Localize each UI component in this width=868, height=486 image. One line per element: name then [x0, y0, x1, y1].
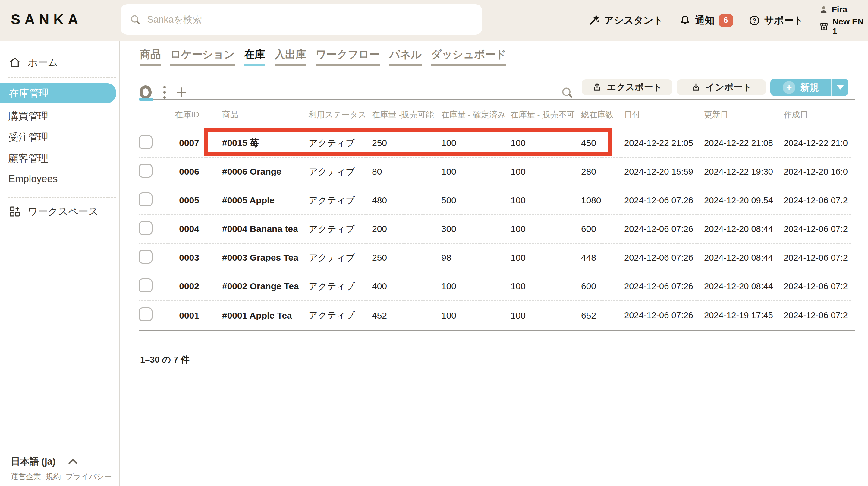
row-checkbox[interactable] [138, 279, 153, 292]
new-dropdown-button[interactable] [832, 79, 848, 96]
workspace-grid-icon [8, 205, 21, 218]
global-search[interactable] [121, 4, 482, 35]
row-checkbox[interactable] [138, 221, 153, 235]
table-row[interactable]: 0001 #0001 Apple Tea アクティブ 452 100 100 6… [138, 301, 851, 330]
table-row[interactable]: 0003 #0003 Grapes Tea アクティブ 250 98 100 4… [138, 244, 851, 273]
search-input[interactable] [147, 14, 473, 25]
top-bar: SANKA アシスタント 通知 6 ? サポート [0, 0, 868, 41]
header-date: 日付 [624, 109, 704, 120]
export-button[interactable]: エクスポート [582, 79, 673, 95]
tab-inventory[interactable]: 在庫 [244, 47, 265, 66]
language-label: 日本語 (ja) [11, 455, 56, 468]
tab-bar: 商品 ロケーション 在庫 入出庫 ワークフロー パネル ダッシュボード [140, 47, 506, 66]
cell-total: 600 [581, 281, 624, 291]
user-name: Fira [832, 5, 847, 15]
cell-committed: 500 [441, 195, 510, 205]
cell-product[interactable]: #0015 苺 [207, 137, 309, 149]
cell-available: 200 [372, 224, 441, 234]
tab-products[interactable]: 商品 [140, 47, 161, 66]
store-icon [819, 22, 829, 31]
notifications-button[interactable]: 通知 6 [679, 14, 733, 27]
import-button[interactable]: インポート [677, 79, 766, 95]
terms-link[interactable]: 規約 [46, 471, 61, 482]
table-row[interactable]: 0007 #0015 苺 アクティブ 250 100 100 450 2024-… [138, 129, 851, 158]
cell-committed: 300 [441, 224, 510, 234]
tab-locations[interactable]: ロケーション [170, 47, 235, 66]
cell-available: 480 [372, 195, 441, 205]
cell-created: 2024-12-06 07:2 [784, 196, 851, 205]
sidebar-item-customers[interactable]: 顧客管理 [0, 150, 119, 167]
cell-updated: 2024-12-19 17:45 [704, 310, 784, 320]
new-button[interactable]: + 新規 [770, 79, 831, 96]
tab-dashboard[interactable]: ダッシュボード [431, 47, 506, 66]
row-checkbox[interactable] [138, 135, 153, 149]
user-menu[interactable]: Fira [819, 5, 868, 15]
cell-updated: 2024-12-20 09:54 [704, 196, 784, 205]
support-button[interactable]: ? サポート [749, 14, 804, 27]
row-checkbox[interactable] [138, 307, 153, 321]
row-checkbox[interactable] [138, 164, 153, 178]
cell-unavailable: 100 [510, 224, 581, 234]
cell-status: アクティブ [309, 194, 372, 207]
row-checkbox[interactable] [138, 250, 153, 264]
new-button-group: + 新規 [770, 79, 848, 96]
header-status: 利用ステータス [309, 109, 372, 120]
sidebar-divider [8, 197, 116, 198]
privacy-link[interactable]: プライバシー [66, 471, 112, 482]
header-updated: 更新日 [704, 109, 784, 120]
cell-product[interactable]: #0006 Orange [207, 167, 309, 177]
cell-stock-id: 0007 [166, 129, 207, 157]
sidebar-item-employees[interactable]: Employees [0, 170, 119, 187]
upload-icon [592, 82, 602, 93]
table-row[interactable]: 0005 #0005 Apple アクティブ 480 500 100 1080 … [138, 187, 851, 215]
active-view-indicator [139, 98, 153, 101]
cell-available: 80 [372, 167, 441, 177]
view-tab-icon[interactable] [140, 85, 152, 99]
sidebar-divider [8, 449, 115, 450]
sidebar-item-workspace[interactable]: ワークスペース [0, 203, 119, 220]
cell-product[interactable]: #0001 Apple Tea [207, 310, 309, 321]
tab-inbound-outbound[interactable]: 入出庫 [275, 47, 306, 66]
header-stock-id: 在庫ID [166, 100, 207, 129]
table-row[interactable]: 0006 #0006 Orange アクティブ 80 100 100 280 2… [138, 158, 851, 187]
cell-date: 2024-12-06 07:26 [624, 310, 704, 320]
sidebar-item-orders[interactable]: 受注管理 [0, 129, 119, 146]
table-bottom-line [138, 330, 855, 331]
cell-available: 452 [372, 310, 441, 321]
help-icon: ? [749, 15, 760, 26]
company-link[interactable]: 運営企業 [11, 471, 41, 482]
cell-created: 2024-12-22 21:0 [784, 138, 851, 148]
sidebar-item-purchasing[interactable]: 購買管理 [0, 108, 119, 124]
cell-updated: 2024-12-20 08:44 [704, 253, 784, 263]
row-checkbox[interactable] [138, 193, 153, 206]
table-row[interactable]: 0004 #0004 Banana tea アクティブ 200 300 100 … [138, 215, 851, 244]
cell-created: 2024-12-06 07:2 [784, 253, 851, 263]
tab-panel[interactable]: パネル [389, 47, 421, 66]
cell-total: 448 [581, 253, 624, 263]
workspace-switcher[interactable]: New EN 1 [819, 17, 868, 36]
table-row[interactable]: 0002 #0002 Orange Tea アクティブ 400 100 100 … [138, 273, 851, 301]
view-options-kebab-icon[interactable] [158, 85, 170, 100]
cell-product[interactable]: #0002 Orange Tea [207, 281, 309, 291]
header-product: 商品 [207, 109, 309, 120]
cell-unavailable: 100 [510, 195, 581, 205]
sidebar-item-label: ホーム [28, 56, 58, 69]
cell-updated: 2024-12-22 19:30 [704, 167, 784, 177]
table-search-icon[interactable] [561, 86, 574, 99]
legal-links: 運営企業 規約 プライバシー [11, 471, 112, 482]
sidebar-item-inventory[interactable]: 在庫管理 [0, 83, 116, 104]
main-content: 商品 ロケーション 在庫 入出庫 ワークフロー パネル ダッシュボード エクスポ… [120, 41, 868, 486]
add-view-icon[interactable] [175, 85, 188, 100]
cell-stock-id: 0002 [166, 273, 207, 300]
cell-product[interactable]: #0003 Grapes Tea [207, 253, 309, 263]
language-selector[interactable]: 日本語 (ja) [11, 455, 79, 468]
sidebar-item-home[interactable]: ホーム [0, 54, 119, 71]
cell-product[interactable]: #0004 Banana tea [207, 224, 309, 234]
cell-product[interactable]: #0005 Apple [207, 195, 309, 205]
cell-committed: 100 [441, 281, 510, 291]
cell-created: 2024-12-06 07:2 [784, 282, 851, 291]
cell-date: 2024-12-06 07:26 [624, 224, 704, 234]
assistant-button[interactable]: アシスタント [588, 14, 663, 27]
tab-workflow[interactable]: ワークフロー [315, 47, 380, 66]
pagination-summary: 1–30 の 7 件 [140, 354, 190, 366]
